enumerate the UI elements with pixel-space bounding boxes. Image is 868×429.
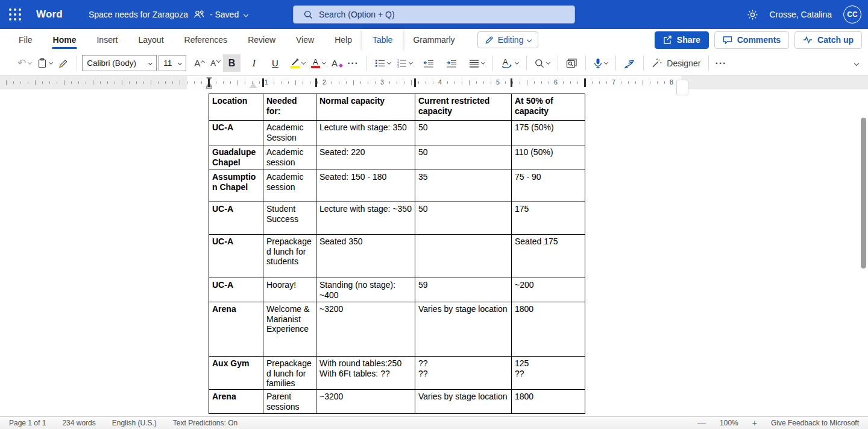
- document-title[interactable]: Space needs for Zaragoza: [89, 10, 188, 19]
- table-cell[interactable]: ~3200: [316, 390, 415, 414]
- table-cell[interactable]: ~3200: [316, 302, 415, 357]
- table-cell[interactable]: UC-A: [209, 278, 263, 302]
- table-cell[interactable]: 1800: [512, 302, 585, 357]
- language-selector[interactable]: English (U.S.): [112, 419, 157, 427]
- table-cell[interactable]: Lecture with stage: ~350: [316, 202, 415, 235]
- numbering-button[interactable]: 123: [394, 56, 415, 70]
- table-header-cell[interactable]: At 50% of capacity: [512, 94, 585, 121]
- grow-font-button[interactable]: A: [191, 56, 207, 71]
- zoom-level[interactable]: 100%: [720, 419, 738, 427]
- table-column-marker[interactable]: [511, 78, 512, 87]
- table-cell[interactable]: 125 ??: [512, 357, 585, 390]
- increase-indent-button[interactable]: [443, 57, 460, 70]
- app-name[interactable]: Word: [36, 8, 63, 21]
- table-cell[interactable]: 50: [415, 202, 512, 235]
- table-cell[interactable]: Welcome & Marianist Experience: [263, 302, 316, 357]
- table-cell[interactable]: Arena: [209, 302, 263, 357]
- table-cell[interactable]: Academic session: [263, 145, 316, 170]
- table-cell[interactable]: 50: [415, 145, 512, 170]
- designer-button[interactable]: Designer: [649, 56, 703, 71]
- bullets-button[interactable]: [372, 56, 394, 70]
- more-font-options-button[interactable]: •••: [346, 58, 362, 69]
- settings-gear-icon[interactable]: [747, 9, 758, 21]
- table-header-cell[interactable]: Normal capacity: [316, 94, 415, 121]
- tab-home[interactable]: Home: [43, 29, 87, 51]
- table-cell[interactable]: Varies by stage location: [415, 390, 512, 414]
- table-cell[interactable]: Seated: 150 - 180: [316, 170, 415, 202]
- font-name-select[interactable]: Calibri (Body): [82, 55, 157, 71]
- tab-layout[interactable]: Layout: [128, 29, 174, 51]
- editor-button[interactable]: [621, 56, 638, 71]
- table-cell[interactable]: UC-A: [209, 202, 263, 235]
- underline-button[interactable]: U: [266, 54, 284, 72]
- table-cell[interactable]: Aux Gym: [209, 357, 263, 390]
- comments-button[interactable]: Comments: [714, 31, 789, 49]
- highlight-color-button[interactable]: [288, 56, 308, 71]
- table-cell[interactable]: ?? ??: [415, 357, 512, 390]
- user-name[interactable]: Crosse, Catalina: [770, 10, 832, 19]
- table-header-cell[interactable]: Current restricted capacity: [415, 94, 512, 121]
- table-column-marker[interactable]: [262, 78, 264, 87]
- table-cell[interactable]: Hooray!: [263, 278, 316, 302]
- table-column-marker[interactable]: [414, 78, 416, 87]
- search-field[interactable]: [319, 10, 548, 19]
- collapse-ribbon-icon[interactable]: [854, 60, 859, 65]
- table-cell[interactable]: Seated: 220: [316, 145, 415, 170]
- table-cell[interactable]: 50: [415, 121, 512, 145]
- table-cell[interactable]: Standing (no stage): ~400: [316, 278, 415, 302]
- collaborators-icon[interactable]: [193, 10, 205, 19]
- table-cell[interactable]: Seated 350: [316, 235, 415, 278]
- dictate-button[interactable]: [591, 56, 611, 71]
- table-column-marker[interactable]: [315, 78, 317, 87]
- font-color-button[interactable]: A: [308, 56, 329, 71]
- table-cell[interactable]: 1800: [512, 390, 585, 414]
- search-input[interactable]: [293, 5, 575, 24]
- paste-button[interactable]: [34, 56, 55, 71]
- table-header-cell[interactable]: Needed for:: [263, 94, 316, 121]
- save-status[interactable]: - Saved: [210, 10, 239, 19]
- avatar[interactable]: CC: [843, 5, 861, 24]
- table-cell[interactable]: 35: [415, 170, 512, 202]
- catch-up-button[interactable]: Catch up: [794, 31, 862, 49]
- table-cell[interactable]: Guadalupe Chapel: [209, 145, 263, 170]
- editing-mode-button[interactable]: Editing: [477, 31, 539, 48]
- word-count[interactable]: 234 words: [62, 419, 95, 427]
- tab-references[interactable]: References: [174, 29, 238, 51]
- cell-indent-marker[interactable]: [250, 83, 257, 88]
- table-cell[interactable]: Prepackaged lunch for students: [263, 235, 316, 278]
- table-cell[interactable]: [415, 235, 512, 278]
- table-cell[interactable]: Varies by stage location: [415, 302, 512, 357]
- document-canvas[interactable]: LocationNeeded for:Normal capacityCurren…: [0, 89, 868, 416]
- table-column-marker[interactable]: [584, 78, 586, 87]
- font-size-select[interactable]: 11: [159, 55, 186, 71]
- table-column-marker[interactable]: [208, 78, 210, 87]
- app-launcher-icon[interactable]: [8, 7, 22, 22]
- feedback-link[interactable]: Give Feedback to Microsoft: [771, 419, 859, 427]
- save-status-chevron-icon[interactable]: [244, 12, 248, 17]
- bold-button[interactable]: B: [223, 54, 241, 72]
- table-cell[interactable]: 110 (50%): [512, 145, 585, 170]
- table-cell[interactable]: 59: [415, 278, 512, 302]
- table-cell[interactable]: 75 - 90: [512, 170, 585, 202]
- decrease-indent-button[interactable]: [420, 57, 437, 70]
- table-cell[interactable]: Assumption Chapel: [209, 170, 263, 202]
- table-cell[interactable]: 175: [512, 202, 585, 235]
- advanced-find-button[interactable]: [563, 56, 580, 71]
- table-cell[interactable]: Parent sessions: [263, 390, 316, 414]
- tab-grammarly[interactable]: Grammarly: [403, 29, 465, 51]
- tab-file[interactable]: File: [8, 29, 43, 51]
- italic-button[interactable]: I: [245, 54, 263, 72]
- table-cell[interactable]: With round tables:250 With 6Ft tables: ?…: [316, 357, 415, 390]
- table-cell[interactable]: UC-A: [209, 235, 263, 278]
- tab-insert[interactable]: Insert: [86, 29, 128, 51]
- alignment-button[interactable]: [466, 57, 488, 70]
- zoom-in-button[interactable]: +: [752, 418, 757, 428]
- page-count[interactable]: Page 1 of 1: [9, 419, 46, 427]
- table-cell[interactable]: 175 (50%): [512, 121, 585, 145]
- undo-button[interactable]: ↶: [14, 57, 34, 69]
- table-cell[interactable]: Lecture with stage: 350: [316, 121, 415, 145]
- find-button[interactable]: [532, 56, 553, 71]
- table-cell[interactable]: Arena: [209, 390, 263, 414]
- shrink-font-button[interactable]: A: [207, 56, 223, 70]
- tab-review[interactable]: Review: [237, 29, 286, 51]
